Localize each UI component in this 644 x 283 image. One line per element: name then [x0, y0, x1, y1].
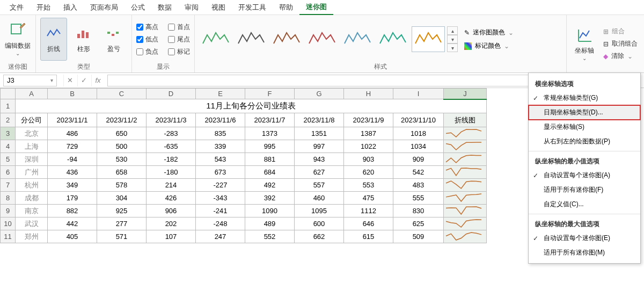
cell[interactable]: 555 — [393, 192, 444, 205]
cell[interactable]: 925 — [97, 205, 147, 217]
sparkline-cell[interactable] — [444, 205, 487, 217]
cell[interactable]: -180 — [147, 166, 196, 179]
spreadsheet-grid[interactable]: ABCDEFGHIJ 111月上旬各分公司业绩表2分公司2023/11/1202… — [0, 88, 487, 243]
cell[interactable]: 202 — [147, 217, 196, 230]
header-cell[interactable]: 2023/11/7 — [245, 113, 295, 127]
cell[interactable]: 1373 — [245, 127, 295, 140]
cell[interactable]: 1351 — [295, 127, 344, 140]
style-option-2[interactable] — [270, 26, 303, 52]
style-option-1[interactable] — [235, 26, 268, 52]
menu-审阅[interactable]: 审阅 — [178, 1, 205, 14]
cell[interactable]: 1018 — [393, 127, 444, 140]
style-option-4[interactable] — [341, 26, 374, 52]
cell[interactable]: 475 — [344, 192, 393, 205]
menu-item[interactable]: ✓自动设置每个迷你图(A) — [529, 168, 640, 183]
cell[interactable]: 906 — [147, 205, 196, 217]
cell[interactable]: 214 — [147, 179, 196, 192]
cell[interactable]: 南京 — [16, 205, 48, 217]
cell[interactable]: 650 — [97, 127, 147, 140]
cell[interactable]: 530 — [97, 153, 147, 166]
title-cell[interactable]: 11月上旬各分公司业绩表 — [16, 99, 487, 113]
cell[interactable]: 杭州 — [16, 179, 48, 192]
cell[interactable]: 304 — [97, 192, 147, 205]
row-header-2[interactable]: 2 — [1, 113, 16, 127]
cell[interactable]: 1095 — [295, 205, 344, 217]
cell[interactable]: 1034 — [393, 140, 444, 153]
menu-开发工具[interactable]: 开发工具 — [232, 1, 273, 14]
style-option-0[interactable] — [199, 26, 232, 52]
menu-帮助[interactable]: 帮助 — [273, 1, 299, 14]
col-header-C[interactable]: C — [97, 89, 147, 99]
check-尾点[interactable]: 尾点 — [168, 35, 190, 44]
col-header-A[interactable]: A — [16, 89, 48, 99]
menu-开始[interactable]: 开始 — [30, 1, 57, 14]
cell[interactable]: 1387 — [344, 127, 393, 140]
sparkline-cell[interactable] — [444, 192, 487, 205]
cell[interactable]: 627 — [295, 166, 344, 179]
cell[interactable]: 625 — [393, 217, 444, 230]
cell[interactable]: 深圳 — [16, 153, 48, 166]
row-header-8[interactable]: 8 — [1, 192, 16, 205]
row-header-11[interactable]: 11 — [1, 230, 16, 243]
cell[interactable]: 436 — [48, 166, 97, 179]
cell[interactable]: 835 — [196, 127, 245, 140]
clear-button[interactable]: ◆清除⌄ — [601, 50, 640, 62]
menu-item[interactable]: 日期坐标轴类型(D)... — [529, 105, 640, 120]
header-cell[interactable]: 2023/11/10 — [393, 113, 444, 127]
cell[interactable]: 426 — [147, 192, 196, 205]
header-cell[interactable]: 2023/11/1 — [48, 113, 97, 127]
check-标记[interactable]: 标记 — [168, 47, 190, 56]
cell[interactable]: 339 — [196, 140, 245, 153]
cell[interactable]: 广州 — [16, 166, 48, 179]
combine-button[interactable]: ⊞组合 — [601, 26, 640, 37]
sparkline-cell[interactable] — [444, 179, 487, 192]
sparkline-cell[interactable] — [444, 230, 487, 243]
col-header-I[interactable]: I — [393, 89, 444, 99]
sparkline-cell[interactable] — [444, 153, 487, 166]
style-option-5[interactable] — [376, 26, 409, 52]
check-首点[interactable]: 首点 — [168, 23, 190, 32]
cell[interactable]: 552 — [245, 230, 295, 243]
col-header-H[interactable]: H — [344, 89, 393, 99]
cell[interactable]: 1022 — [344, 140, 393, 153]
cell[interactable]: 392 — [245, 192, 295, 205]
cell[interactable]: -94 — [48, 153, 97, 166]
type-winloss-button[interactable]: 盈亏 — [100, 18, 127, 61]
menu-item[interactable]: 从右到左的绘图数据(P) — [529, 134, 640, 149]
cell[interactable]: 578 — [97, 179, 147, 192]
cell[interactable]: -241 — [196, 205, 245, 217]
cell[interactable]: 543 — [196, 153, 245, 166]
menu-数据[interactable]: 数据 — [151, 1, 178, 14]
row-header-4[interactable]: 4 — [1, 140, 16, 153]
cell[interactable]: 903 — [344, 153, 393, 166]
col-header-F[interactable]: F — [245, 89, 295, 99]
col-header-D[interactable]: D — [147, 89, 196, 99]
cell[interactable]: 830 — [393, 205, 444, 217]
fx-button[interactable]: fx — [91, 75, 104, 86]
sparkline-cell[interactable] — [444, 140, 487, 153]
cell[interactable]: 500 — [97, 140, 147, 153]
header-cell[interactable]: 2023/11/8 — [295, 113, 344, 127]
cell[interactable]: 405 — [48, 230, 97, 243]
cell[interactable]: 107 — [147, 230, 196, 243]
cell[interactable]: 486 — [48, 127, 97, 140]
menu-公式[interactable]: 公式 — [125, 1, 151, 14]
cell[interactable]: 542 — [393, 166, 444, 179]
cell[interactable]: 943 — [295, 153, 344, 166]
sparkline-color-button[interactable]: ✎迷你图颜色⌄ — [461, 27, 517, 38]
cell[interactable]: 郑州 — [16, 230, 48, 243]
ungroup-button[interactable]: ⊟取消组合 — [601, 38, 640, 49]
marker-color-button[interactable]: 标记颜色⌄ — [461, 40, 517, 52]
header-cell[interactable]: 2023/11/9 — [344, 113, 393, 127]
cell[interactable]: 620 — [344, 166, 393, 179]
cell[interactable]: 658 — [97, 166, 147, 179]
menu-item[interactable]: 自定义值(C)... — [529, 197, 640, 212]
cell[interactable]: 881 — [245, 153, 295, 166]
header-cell[interactable]: 折线图 — [444, 113, 487, 127]
menu-item[interactable]: ✓自动设置每个迷你图(E) — [529, 231, 640, 245]
cell[interactable]: 247 — [196, 230, 245, 243]
header-cell[interactable]: 2023/11/3 — [147, 113, 196, 127]
cell[interactable]: 553 — [344, 179, 393, 192]
col-header-G[interactable]: G — [295, 89, 344, 99]
cell[interactable]: 600 — [295, 217, 344, 230]
